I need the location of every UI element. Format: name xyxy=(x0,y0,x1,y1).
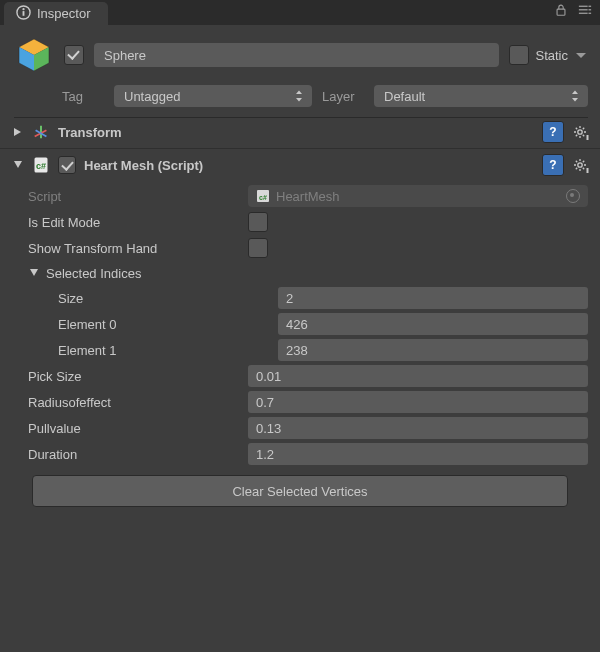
property-label: Size xyxy=(12,291,278,306)
gameobject-enabled-checkbox[interactable] xyxy=(64,45,84,65)
element0-field[interactable]: 426 xyxy=(278,313,588,335)
script-icon: c# xyxy=(256,189,270,203)
svg-marker-19 xyxy=(14,128,21,136)
component-header-transform[interactable]: Transform ? xyxy=(0,118,600,146)
svg-line-44 xyxy=(576,168,577,169)
svg-marker-15 xyxy=(296,91,302,95)
static-checkbox[interactable] xyxy=(509,45,529,65)
layer-dropdown[interactable]: Default xyxy=(374,85,588,107)
component-title: Heart Mesh (Script) xyxy=(84,158,534,173)
static-dropdown-icon[interactable] xyxy=(574,48,588,62)
property-row-script: Script c# HeartMesh xyxy=(12,183,588,209)
property-label: Script xyxy=(12,189,248,204)
svg-rect-7 xyxy=(589,6,592,7)
picksize-field[interactable]: 0.01 xyxy=(248,365,588,387)
gameobject-name-text: Sphere xyxy=(104,48,146,63)
svg-line-41 xyxy=(576,161,577,162)
tag-value: Untagged xyxy=(124,89,180,104)
info-icon xyxy=(16,5,31,23)
component-enabled-checkbox[interactable] xyxy=(58,156,76,174)
svg-rect-2 xyxy=(23,11,25,16)
gear-icon[interactable] xyxy=(572,123,590,141)
property-row-iseditmode: Is Edit Mode xyxy=(12,209,588,235)
element1-field[interactable]: 238 xyxy=(278,339,588,361)
script-icon: c# xyxy=(32,156,50,174)
static-label: Static xyxy=(535,48,568,63)
help-button[interactable]: ? xyxy=(542,154,564,176)
layer-label: Layer xyxy=(322,89,364,104)
svg-marker-48 xyxy=(30,269,38,276)
property-label: Radiusofeffect xyxy=(12,395,248,410)
svg-line-29 xyxy=(583,135,584,136)
gameobject-name-field[interactable]: Sphere xyxy=(94,43,499,67)
tab-strip: Inspector xyxy=(0,0,600,25)
property-row-showhandle: Show Transform Hand xyxy=(12,235,588,261)
svg-rect-45 xyxy=(587,168,589,173)
svg-point-23 xyxy=(578,130,582,134)
transform-axes-icon xyxy=(32,123,50,141)
svg-line-31 xyxy=(576,135,577,136)
property-label: Element 1 xyxy=(12,343,278,358)
button-label: Clear Selected Vertices xyxy=(232,484,367,499)
tab-title: Inspector xyxy=(37,6,90,21)
property-row-radius: Radiusofeffect 0.7 xyxy=(12,389,588,415)
iseditmode-checkbox[interactable] xyxy=(248,212,268,232)
component-header-heartmesh[interactable]: c# Heart Mesh (Script) ? xyxy=(0,151,600,179)
svg-marker-16 xyxy=(296,98,302,102)
property-label: Is Edit Mode xyxy=(12,215,248,230)
svg-point-1 xyxy=(22,8,24,10)
heartmesh-properties: Script c# HeartMesh Is Edit Mode Show Tr… xyxy=(0,179,600,519)
property-label: Pick Size xyxy=(12,369,248,384)
svg-marker-17 xyxy=(572,91,578,95)
gear-icon[interactable] xyxy=(572,156,590,174)
layer-value: Default xyxy=(384,89,425,104)
clear-selected-vertices-button[interactable]: Clear Selected Vertices xyxy=(32,475,568,507)
svg-rect-32 xyxy=(587,135,589,140)
svg-marker-33 xyxy=(14,161,22,168)
foldout-icon xyxy=(12,159,24,171)
svg-line-42 xyxy=(583,168,584,169)
showhandle-checkbox[interactable] xyxy=(248,238,268,258)
gameobject-icon[interactable] xyxy=(14,35,54,75)
pull-field[interactable]: 0.13 xyxy=(248,417,588,439)
selected-indices-foldout[interactable]: Selected Indices xyxy=(12,261,588,285)
help-button[interactable]: ? xyxy=(542,121,564,143)
size-field[interactable]: 2 xyxy=(278,287,588,309)
property-row-element1: Element 1 238 xyxy=(12,337,588,363)
updown-icon xyxy=(570,89,580,103)
svg-text:c#: c# xyxy=(36,161,46,171)
property-label: Duration xyxy=(12,447,248,462)
tag-dropdown[interactable]: Untagged xyxy=(114,85,312,107)
script-object-field[interactable]: c# HeartMesh xyxy=(248,185,588,207)
panel-menu-icon[interactable] xyxy=(578,3,592,17)
radius-field[interactable]: 0.7 xyxy=(248,391,588,413)
svg-rect-5 xyxy=(579,9,588,10)
svg-marker-18 xyxy=(572,98,578,102)
property-label: Pullvalue xyxy=(12,421,248,436)
tab-inspector[interactable]: Inspector xyxy=(4,2,108,25)
static-group: Static xyxy=(509,45,588,65)
property-row-pull: Pullvalue 0.13 xyxy=(12,415,588,441)
svg-line-43 xyxy=(583,161,584,162)
svg-text:c#: c# xyxy=(259,194,267,201)
gameobject-header: Sphere Static Tag Untagged Layer Default xyxy=(0,25,600,118)
svg-rect-4 xyxy=(579,6,588,7)
property-label: Show Transform Hand xyxy=(12,241,248,256)
updown-icon xyxy=(294,89,304,103)
tag-label: Tag xyxy=(62,89,104,104)
property-label: Element 0 xyxy=(12,317,278,332)
svg-marker-14 xyxy=(576,53,586,58)
object-picker-icon[interactable] xyxy=(566,189,580,203)
lock-icon[interactable] xyxy=(554,3,568,17)
svg-rect-3 xyxy=(557,9,565,15)
foldout-icon xyxy=(28,267,40,279)
svg-line-30 xyxy=(583,128,584,129)
duration-field[interactable]: 1.2 xyxy=(248,443,588,465)
foldout-icon xyxy=(12,126,24,138)
svg-rect-8 xyxy=(589,9,592,10)
svg-point-36 xyxy=(578,163,582,167)
script-name: HeartMesh xyxy=(276,189,340,204)
component-title: Transform xyxy=(58,125,534,140)
property-label: Selected Indices xyxy=(46,266,141,281)
property-row-element0: Element 0 426 xyxy=(12,311,588,337)
